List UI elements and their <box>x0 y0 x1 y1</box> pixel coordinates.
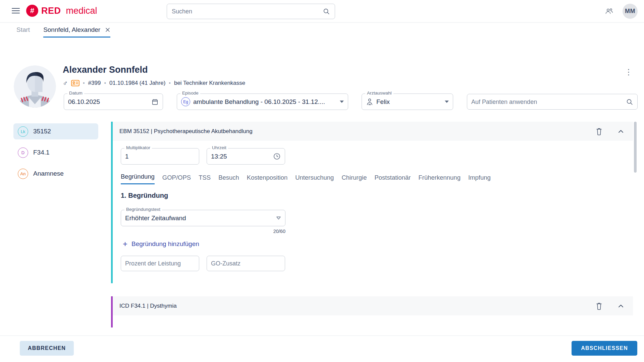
icd-card-header: ICD F34.1 | Dysthymia <box>113 296 633 315</box>
tab-begruendung[interactable]: Begründung <box>121 173 155 184</box>
add-begruendung-label: Begründung hinzufügen <box>131 240 199 248</box>
sidebar-item-f341[interactable]: D F34.1 <box>13 144 98 161</box>
tab-poststationaer[interactable]: Poststationär <box>374 174 411 184</box>
meta-separator: • <box>83 80 85 86</box>
arztauswahl-dropdown-icon[interactable] <box>445 101 449 103</box>
patient-name: Alexander Sonnfeld <box>63 65 148 75</box>
apply-to-patients-input[interactable] <box>471 98 623 106</box>
patient-more-options-icon[interactable]: ⋮ <box>625 68 633 76</box>
ebm-tab-bar: Begründung GOP/OPS TSS Besuch Kostenposi… <box>121 173 491 184</box>
prozent-der-leistung-field[interactable] <box>121 256 199 271</box>
multiplikator-input[interactable] <box>125 153 195 160</box>
close-tab-icon[interactable] <box>105 27 110 33</box>
footer-bar: ABBRECHEN ABSCHLIESSEN <box>0 336 644 362</box>
tab-untersuchung[interactable]: Untersuchung <box>295 174 334 184</box>
apply-search-icon[interactable] <box>626 98 633 106</box>
arztauswahl-field[interactable]: Arztauswahl Felix <box>362 94 453 110</box>
arztauswahl-label: Arztauswahl <box>365 90 393 96</box>
sidebar-item-label: F34.1 <box>33 149 50 156</box>
multiplikator-field[interactable]: Multiplikator <box>121 148 199 165</box>
begruendungstext-dropdown-icon[interactable] <box>276 216 281 220</box>
uhrzeit-input[interactable] <box>211 153 270 160</box>
tab-kostenposition[interactable]: Kostenposition <box>247 174 287 184</box>
global-search-input[interactable] <box>172 8 323 15</box>
icd-card-title: ICD F34.1 | Dysthymia <box>119 303 177 309</box>
plus-icon: + <box>123 240 127 248</box>
tab-patient-label: Sonnfeld, Alexander <box>43 26 100 34</box>
tab-patient-sonnfeld[interactable]: Sonnfeld, Alexander <box>43 26 110 38</box>
brand-hash-icon: # <box>26 5 38 17</box>
ebm-card-header: EBM 35152 | Psychotherapeutische Akutbeh… <box>113 122 633 141</box>
clock-icon[interactable] <box>273 153 281 160</box>
diagnose-badge: D <box>18 147 28 158</box>
patient-id: #399 <box>88 80 101 86</box>
workspace-tabs: Start Sonnfeld, Alexander <box>16 26 110 38</box>
add-begruendung-button[interactable]: + Begründung hinzufügen <box>123 240 199 248</box>
patient-insurance: bei Techniker Krankenkasse <box>174 80 245 86</box>
sidebar-item-label: 35152 <box>33 128 51 135</box>
episode-label: Episode <box>180 90 200 96</box>
tab-frueherkennung[interactable]: Früherkennung <box>418 174 460 184</box>
apply-to-patients-field[interactable] <box>467 94 638 110</box>
users-icon[interactable] <box>604 7 614 16</box>
meta-separator: • <box>169 80 171 86</box>
global-search[interactable] <box>167 4 335 19</box>
collapse-ebm-icon[interactable] <box>618 128 624 135</box>
sidebar-item-label: Anamnese <box>33 170 64 177</box>
tab-chirurgie[interactable]: Chirurgie <box>341 174 367 184</box>
sidebar-item-35152[interactable]: Lk 35152 <box>13 123 98 139</box>
icd-card: ICD F34.1 | Dysthymia <box>111 296 633 327</box>
episode-eg-badge: Eg <box>181 97 190 106</box>
begruendungstext-input[interactable] <box>125 215 273 222</box>
leistung-badge: Lk <box>18 126 28 137</box>
cancel-button[interactable]: ABBRECHEN <box>20 341 74 356</box>
meta-separator: • <box>104 80 106 86</box>
begruendung-section-heading: 1. Begründung <box>121 192 168 199</box>
arztauswahl-value: Felix <box>376 98 442 106</box>
begruendungstext-label: Begründungstext <box>124 207 162 212</box>
submit-button[interactable]: ABSCHLIESSEN <box>572 341 637 356</box>
delete-ebm-icon[interactable] <box>595 127 603 135</box>
brand-red-text: RED <box>41 6 61 16</box>
tab-start[interactable]: Start <box>16 26 30 38</box>
user-avatar[interactable]: MM <box>623 4 638 19</box>
gender-male-icon: ♂ <box>63 80 68 86</box>
tab-tss[interactable]: TSS <box>199 174 211 184</box>
search-icon[interactable] <box>323 8 330 15</box>
collapse-icd-icon[interactable] <box>618 303 624 309</box>
hamburger-menu-icon[interactable] <box>12 8 20 14</box>
insurance-card-icon <box>71 80 79 86</box>
begruendungstext-field[interactable]: Begründungstext <box>121 210 285 226</box>
tab-gop-ops[interactable]: GOP/OPS <box>162 174 191 184</box>
episode-field[interactable]: Episode Eg ambulante Behandlung - 06.10.… <box>177 94 348 110</box>
char-counter: 20/60 <box>121 229 285 234</box>
calendar-icon[interactable] <box>151 98 159 106</box>
top-bar: # RED medical MM <box>0 0 644 22</box>
patient-meta: ♂ • #399 • 01.10.1984 (41 Jahre) • bei T… <box>63 80 245 86</box>
prozent-der-leistung-input[interactable] <box>125 260 195 267</box>
multiplikator-label: Multiplikator <box>124 145 152 150</box>
sidebar-item-anamnese[interactable]: An Anamnese <box>13 166 98 182</box>
uhrzeit-field[interactable]: Uhrzeit <box>207 148 285 165</box>
brand-medical-text: medical <box>66 6 97 16</box>
episode-value: ambulante Behandlung - 06.10.2025 - 31.1… <box>193 98 337 106</box>
delete-icd-icon[interactable] <box>595 302 603 310</box>
ebm-card-title: EBM 35152 | Psychotherapeutische Akutbeh… <box>119 128 253 135</box>
tab-impfung[interactable]: Impfung <box>468 174 491 184</box>
go-zusatz-input[interactable] <box>211 260 281 267</box>
anamnese-badge: An <box>18 169 28 179</box>
datum-field[interactable]: Datum <box>64 94 163 110</box>
episode-dropdown-icon[interactable] <box>340 101 344 103</box>
datum-label: Datum <box>67 90 84 96</box>
go-zusatz-field[interactable] <box>207 256 285 271</box>
datum-input[interactable] <box>68 98 148 106</box>
uhrzeit-label: Uhrzeit <box>210 145 228 150</box>
red-medical-logo: # RED medical <box>26 5 97 17</box>
vertical-scrollbar[interactable] <box>634 122 637 173</box>
patient-avatar <box>14 65 56 108</box>
tab-besuch[interactable]: Besuch <box>218 174 239 184</box>
patient-birthdate: 01.10.1984 (41 Jahre) <box>109 80 165 86</box>
ebm-card: EBM 35152 | Psychotherapeutische Akutbeh… <box>111 122 633 283</box>
doctor-icon <box>366 98 373 106</box>
